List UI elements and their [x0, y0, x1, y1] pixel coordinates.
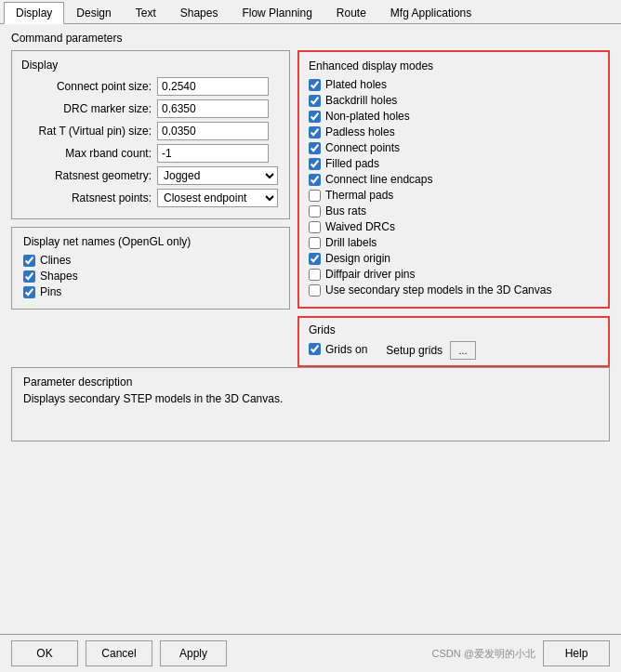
net-names-group: Display net names (OpenGL only) Clines S… — [11, 227, 290, 310]
rat-t-size-row: Rat T (Virtual pin) size: — [21, 122, 280, 140]
param-description-group: Parameter description Displays secondary… — [11, 367, 610, 441]
drill-labels-label: Drill labels — [325, 236, 377, 249]
ratsnest-geometry-label: Ratsnest geometry: — [21, 169, 152, 182]
design-origin-checkbox[interactable] — [309, 253, 321, 265]
secondary-step-checkbox[interactable] — [309, 284, 321, 296]
grids-title: Grids — [309, 323, 599, 336]
clines-checkbox[interactable] — [23, 255, 35, 267]
diffpair-driver-checkbox[interactable] — [309, 269, 321, 281]
apply-button[interactable]: Apply — [160, 640, 227, 666]
ok-button[interactable]: OK — [11, 640, 78, 666]
grids-on-label: Grids on — [325, 343, 367, 356]
display-group-box: Display Connect point size: DRC marker s… — [11, 50, 290, 219]
param-description-text: Displays secondary STEP models in the 3D… — [23, 392, 598, 405]
backdrill-holes-row: Backdrill holes — [309, 94, 599, 107]
grids-row: Grids on Setup grids ... — [309, 341, 599, 360]
enhanced-display-box: Enhanced display modes Plated holes Back… — [297, 50, 610, 309]
shapes-row: Shapes — [23, 270, 278, 283]
thermal-pads-row: Thermal pads — [309, 189, 599, 202]
grids-on-checkbox[interactable] — [309, 343, 321, 355]
connect-point-size-row: Connect point size: — [21, 77, 280, 96]
connect-points-row: Connect points — [309, 141, 599, 154]
grids-setup-row: Setup grids ... — [386, 341, 476, 360]
net-names-title: Display net names (OpenGL only) — [23, 235, 278, 248]
filled-pads-label: Filled pads — [325, 157, 379, 170]
param-description-title: Parameter description — [23, 376, 598, 389]
connect-points-label: Connect points — [325, 141, 400, 154]
tab-mfg-applications[interactable]: Mfg Applications — [378, 2, 483, 23]
setup-grids-ellipsis-button[interactable]: ... — [450, 341, 476, 360]
max-rband-row: Max rband count: — [21, 144, 280, 163]
plated-holes-row: Plated holes — [309, 78, 599, 91]
thermal-pads-checkbox[interactable] — [309, 190, 321, 202]
drill-labels-row: Drill labels — [309, 236, 599, 249]
bus-rats-checkbox[interactable] — [309, 205, 321, 217]
padless-holes-row: Padless holes — [309, 125, 599, 138]
backdrill-holes-label: Backdrill holes — [325, 94, 397, 107]
diffpair-driver-label: Diffpair driver pins — [325, 268, 415, 281]
bus-rats-label: Bus rats — [325, 204, 366, 217]
connect-point-size-input[interactable] — [157, 77, 269, 96]
connect-line-endcaps-row: Connect line endcaps — [309, 173, 599, 186]
waived-drcs-row: Waived DRCs — [309, 220, 599, 233]
filled-pads-row: Filled pads — [309, 157, 599, 170]
left-column: Display Connect point size: DRC marker s… — [11, 50, 290, 367]
main-content: Command parameters Display Connect point… — [0, 24, 621, 634]
tab-bar: Display Design Text Shapes Flow Planning… — [0, 0, 621, 24]
padless-holes-label: Padless holes — [325, 125, 395, 138]
pins-checkbox[interactable] — [23, 286, 35, 298]
plated-holes-label: Plated holes — [325, 78, 387, 91]
max-rband-label: Max rband count: — [21, 147, 152, 160]
tab-display[interactable]: Display — [4, 2, 64, 24]
max-rband-input[interactable] — [157, 144, 269, 163]
drill-labels-checkbox[interactable] — [309, 237, 321, 249]
non-plated-holes-checkbox[interactable] — [309, 111, 321, 123]
waived-drcs-checkbox[interactable] — [309, 221, 321, 233]
shapes-checkbox[interactable] — [23, 270, 35, 283]
connect-line-endcaps-label: Connect line endcaps — [325, 173, 432, 186]
connect-point-size-label: Connect point size: — [21, 80, 152, 93]
tab-flow-planning[interactable]: Flow Planning — [230, 2, 324, 23]
rat-t-size-input[interactable] — [157, 122, 269, 140]
ratsnest-geometry-select[interactable]: Jogged — [157, 166, 278, 185]
watermark: CSDN @爱发明的小北 — [432, 647, 535, 661]
padless-holes-checkbox[interactable] — [309, 126, 321, 138]
rat-t-size-label: Rat T (Virtual pin) size: — [21, 125, 152, 138]
tab-design[interactable]: Design — [64, 2, 123, 23]
bottom-bar: OK Cancel Apply CSDN @爱发明的小北 Help — [0, 634, 621, 672]
tab-route[interactable]: Route — [324, 2, 378, 23]
tab-text[interactable]: Text — [124, 2, 168, 23]
display-group-title: Display — [21, 59, 280, 72]
clines-label: Clines — [40, 254, 71, 267]
waived-drcs-label: Waived DRCs — [325, 220, 395, 233]
ratsnest-points-row: Ratsnest points: Closest endpoint — [21, 189, 280, 207]
secondary-step-row: Use secondary step models in the 3D Canv… — [309, 283, 599, 296]
grids-on-row: Grids on — [309, 343, 367, 356]
connect-points-checkbox[interactable] — [309, 142, 321, 154]
ratsnest-points-label: Ratsnest points: — [21, 191, 152, 204]
cancel-button[interactable]: Cancel — [86, 640, 152, 666]
filled-pads-checkbox[interactable] — [309, 158, 321, 170]
shapes-label: Shapes — [40, 270, 78, 283]
drc-marker-size-row: DRC marker size: — [21, 99, 280, 118]
thermal-pads-label: Thermal pads — [325, 189, 393, 202]
main-window: Display Design Text Shapes Flow Planning… — [0, 0, 621, 672]
backdrill-holes-checkbox[interactable] — [309, 95, 321, 107]
two-col-layout: Display Connect point size: DRC marker s… — [11, 50, 610, 367]
bus-rats-row: Bus rats — [309, 204, 599, 217]
design-origin-label: Design origin — [325, 252, 390, 265]
right-column: Enhanced display modes Plated holes Back… — [297, 50, 610, 367]
help-button[interactable]: Help — [543, 640, 610, 666]
design-origin-row: Design origin — [309, 252, 599, 265]
ratsnest-points-select[interactable]: Closest endpoint — [157, 189, 278, 207]
grids-box: Grids Grids on Setup grids ... — [297, 316, 610, 367]
plated-holes-checkbox[interactable] — [309, 79, 321, 91]
drc-marker-size-input[interactable] — [157, 99, 269, 118]
clines-row: Clines — [23, 254, 278, 267]
pins-label: Pins — [40, 285, 61, 298]
connect-line-endcaps-checkbox[interactable] — [309, 174, 321, 186]
enhanced-display-title: Enhanced display modes — [309, 59, 599, 72]
non-plated-holes-row: Non-plated holes — [309, 110, 599, 123]
tab-shapes[interactable]: Shapes — [168, 2, 231, 23]
secondary-step-label: Use secondary step models in the 3D Canv… — [325, 283, 551, 296]
